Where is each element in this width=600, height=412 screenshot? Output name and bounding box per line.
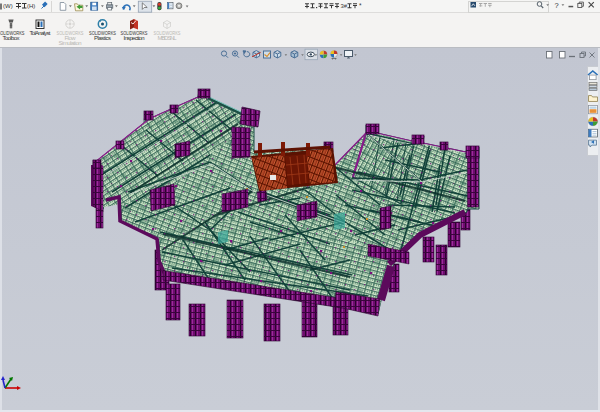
svg-text:*: * [359, 2, 362, 9]
svg-text:?: ? [555, 1, 559, 10]
svg-text:Simulation: Simulation [59, 40, 82, 46]
svg-text:Toolbox: Toolbox [3, 35, 20, 41]
svg-text:Inspection: Inspection [124, 35, 145, 41]
svg-text:3#: 3# [341, 3, 348, 9]
svg-text:(H): (H) [27, 3, 35, 9]
svg-text:Plastics: Plastics [94, 35, 111, 41]
svg-text:TolAnalyst: TolAnalyst [30, 30, 51, 36]
svg-text:MBD SNL: MBD SNL [158, 35, 178, 41]
